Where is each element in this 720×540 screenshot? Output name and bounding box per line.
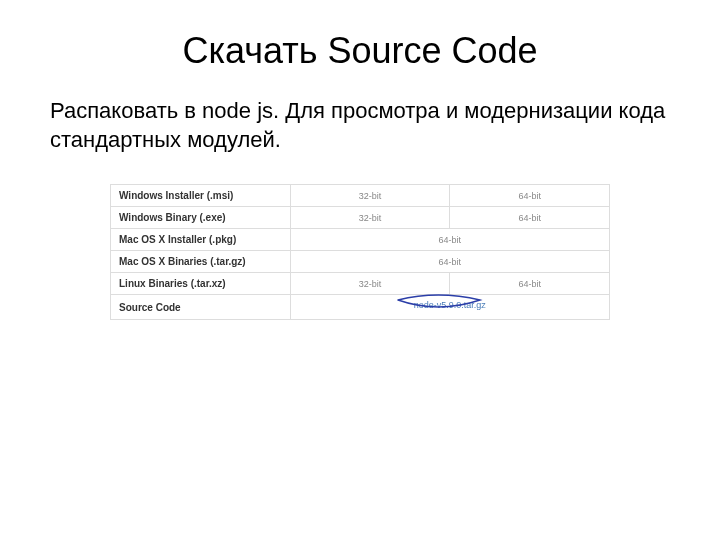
row-label: Source Code [111, 295, 291, 320]
slide-subtitle: Распаковать в node js. Для просмотра и м… [50, 97, 670, 154]
table-row: Linux Binaries (.tar.xz) 32-bit 64-bit [111, 273, 610, 295]
download-cell-64bit[interactable]: 64-bit [290, 229, 609, 251]
table-row: Source Code node-v5.9.0.tar.gz [111, 295, 610, 320]
slide-title: Скачать Source Code [50, 30, 670, 72]
row-label: Windows Binary (.exe) [111, 207, 291, 229]
row-label: Mac OS X Installer (.pkg) [111, 229, 291, 251]
download-cell-source[interactable]: node-v5.9.0.tar.gz [290, 295, 609, 320]
table-row: Windows Binary (.exe) 32-bit 64-bit [111, 207, 610, 229]
download-cell-64bit[interactable]: 64-bit [450, 273, 610, 295]
downloads-table: Windows Installer (.msi) 32-bit 64-bit W… [110, 184, 610, 320]
row-label: Linux Binaries (.tar.xz) [111, 273, 291, 295]
table-row: Mac OS X Binaries (.tar.gz) 64-bit [111, 251, 610, 273]
download-cell-64bit[interactable]: 64-bit [450, 185, 610, 207]
download-cell-64bit[interactable]: 64-bit [450, 207, 610, 229]
row-label: Mac OS X Binaries (.tar.gz) [111, 251, 291, 273]
source-code-link[interactable]: node-v5.9.0.tar.gz [414, 300, 486, 310]
table-row: Mac OS X Installer (.pkg) 64-bit [111, 229, 610, 251]
table-row: Windows Installer (.msi) 32-bit 64-bit [111, 185, 610, 207]
download-cell-64bit[interactable]: 64-bit [290, 251, 609, 273]
download-cell-32bit[interactable]: 32-bit [290, 185, 450, 207]
downloads-table-wrap: Windows Installer (.msi) 32-bit 64-bit W… [110, 184, 610, 320]
row-label: Windows Installer (.msi) [111, 185, 291, 207]
download-cell-32bit[interactable]: 32-bit [290, 273, 450, 295]
download-cell-32bit[interactable]: 32-bit [290, 207, 450, 229]
